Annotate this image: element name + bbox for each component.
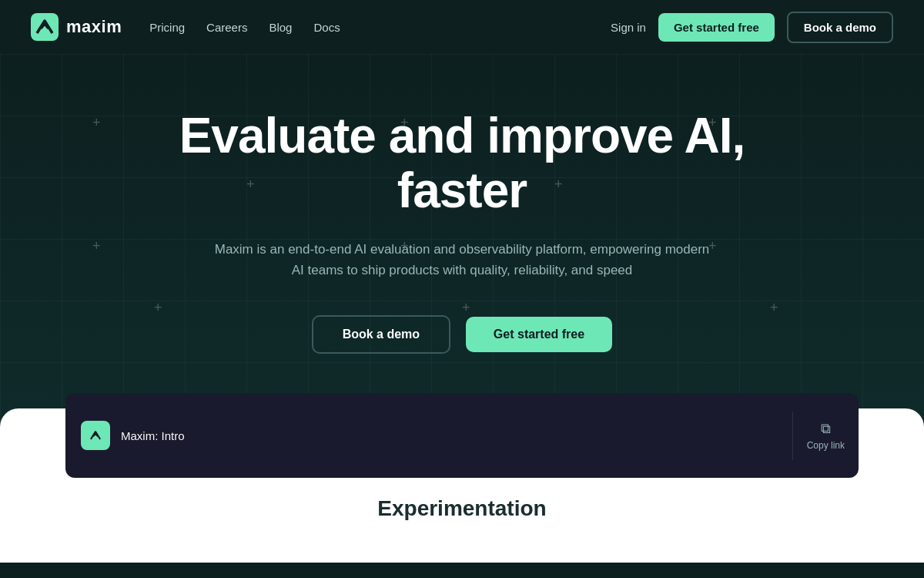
decoration-plus-1: + [92, 116, 101, 129]
hero-subtitle: Maxim is an end-to-end AI evaluation and… [212, 239, 712, 281]
nav-careers[interactable]: Careers [206, 21, 247, 34]
logo-icon [31, 13, 59, 41]
hero-get-started-button[interactable]: Get started free [466, 317, 612, 352]
hero-book-demo-button[interactable]: Book a demo [312, 315, 450, 354]
video-card-title: Maxim: Intro [121, 429, 185, 442]
section-label: Experimentation [377, 496, 546, 520]
hero-section: + + + + + + + + + + + Evaluate and impro… [0, 54, 924, 424]
copy-link-label: Copy link [807, 440, 845, 451]
white-section: Maxim: Intro ⧉ Copy link Experimentation [0, 408, 924, 563]
logo-link[interactable]: maxim [31, 13, 122, 41]
video-card: Maxim: Intro ⧉ Copy link [65, 393, 859, 478]
logo-text: maxim [66, 17, 122, 37]
hero-buttons: Book a demo Get started free [154, 315, 770, 354]
nav-links: Pricing Careers Blog Docs [149, 21, 340, 34]
sign-in-button[interactable]: Sign in [611, 21, 646, 34]
nav-pricing[interactable]: Pricing [149, 21, 185, 34]
navbar-right: Sign in Get started free Book a demo [611, 12, 893, 43]
get-started-button[interactable]: Get started free [658, 13, 775, 42]
video-logo-icon [81, 421, 110, 450]
navbar-left: maxim Pricing Careers Blog Docs [31, 13, 340, 41]
hero-title: Evaluate and improve AI, faster [154, 109, 770, 217]
copy-icon: ⧉ [821, 421, 831, 437]
video-card-inner: Maxim: Intro [65, 408, 792, 462]
decoration-plus-11: + [770, 301, 778, 314]
copy-link-button[interactable]: ⧉ Copy link [792, 412, 859, 460]
nav-docs[interactable]: Docs [313, 21, 340, 34]
decoration-plus-4: + [92, 239, 101, 253]
book-demo-nav-button[interactable]: Book a demo [787, 12, 893, 43]
hero-content: Evaluate and improve AI, faster Maxim is… [154, 109, 770, 353]
nav-blog[interactable]: Blog [269, 21, 292, 34]
navbar: maxim Pricing Careers Blog Docs Sign in … [0, 0, 924, 54]
svg-rect-0 [31, 13, 59, 41]
